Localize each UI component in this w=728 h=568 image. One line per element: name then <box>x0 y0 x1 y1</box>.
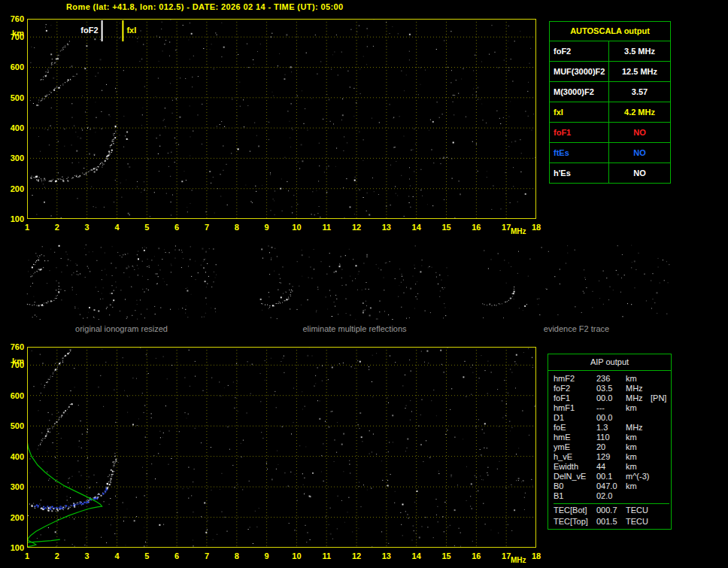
aip-row-value: 110 <box>596 433 626 442</box>
x-axis-tick-label: 14 <box>407 551 426 560</box>
y-axis-tick-label: 600 <box>2 391 24 400</box>
aip-row-unit: km <box>626 462 651 472</box>
aip-row-value: 44 <box>596 462 626 472</box>
x-axis-tick-label: 8 <box>227 551 247 560</box>
aip-row-value: 000.7 <box>596 506 626 517</box>
aip-row-extra <box>651 413 669 423</box>
aip-row-label: TEC[Top] <box>554 517 596 527</box>
aip-row-label: ymE <box>554 442 596 452</box>
aip-row-value: 00.0 <box>596 413 626 423</box>
y-axis-tick-label: 500 <box>2 421 24 430</box>
aip-row: TEC[Top]001.5TECU <box>554 517 669 527</box>
x-axis-tick-label: 9 <box>257 223 277 232</box>
x-axis-tick-label: 18 <box>526 551 546 560</box>
aip-row-value: 00.0 <box>596 393 626 403</box>
autoscala-row-label: fxI <box>550 102 609 122</box>
y-axis-tick-label: 760 <box>2 14 24 23</box>
y-axis-tick-label: 400 <box>2 452 24 461</box>
autoscala-row-value: NO <box>609 143 670 163</box>
aip-table-title: AIP output <box>548 354 671 371</box>
aip-row-label: foF1 <box>554 393 596 403</box>
aip-row-extra <box>651 403 669 413</box>
autoscala-row: ftEsNO <box>550 143 670 163</box>
y-axis-unit-label: km <box>2 357 24 366</box>
aip-row-unit: km <box>626 442 651 452</box>
aip-row-extra <box>651 506 669 517</box>
x-axis-unit-label: MHz <box>511 227 526 236</box>
aip-row: ymE20km <box>554 442 669 452</box>
aip-row-label: DelN_vE <box>554 472 596 481</box>
x-axis-tick-label: 8 <box>227 223 247 232</box>
x-axis-tick-label: 1 <box>17 223 37 232</box>
x-axis-tick-label: 7 <box>197 223 217 232</box>
top-ionogram-plot: foF2fxI <box>27 19 536 219</box>
aip-table-rows: hmF2236kmfoF203.5MHzfoF100.0MHz[PN]hmF1-… <box>548 371 671 529</box>
aip-row: foF203.5MHz <box>554 384 669 393</box>
y-axis-unit-label: km <box>2 29 24 38</box>
aip-row-extra <box>651 374 669 384</box>
aip-row-label: D1 <box>554 413 596 423</box>
aip-row-value: 00.1 <box>596 472 626 481</box>
aip-row-extra <box>651 384 669 393</box>
aip-row-unit: km <box>626 374 651 384</box>
x-axis-tick-label: 3 <box>77 223 97 232</box>
aip-row-label: hmF1 <box>554 403 596 413</box>
x-axis-tick-label: 11 <box>317 551 336 560</box>
aip-row-label: Ewidth <box>554 462 596 472</box>
autoscala-row: h'EsNO <box>550 163 670 183</box>
aip-row-unit: MHz <box>626 423 651 433</box>
autoscala-row-label: M(3000)F2 <box>550 82 609 102</box>
aip-row-extra <box>651 452 669 462</box>
bottom-ionogram-plot <box>27 347 536 548</box>
aip-row-unit: km <box>626 481 651 491</box>
aip-row-extra <box>651 423 669 433</box>
aip-row-extra <box>651 433 669 442</box>
x-axis-tick-label: 16 <box>466 551 486 560</box>
aip-row-label: hmF2 <box>554 374 596 384</box>
aip-row-unit: TECU <box>626 517 651 527</box>
y-axis-tick-label: 600 <box>2 62 24 71</box>
aip-row-label: B1 <box>554 491 596 501</box>
aip-row-label: hmE <box>554 433 596 442</box>
autoscala-row: MUF(3000)F212.5 MHz <box>550 62 670 82</box>
aip-row-extra <box>651 491 669 501</box>
autoscala-row-value: NO <box>609 163 670 183</box>
aip-row: hmE110km <box>554 433 669 442</box>
autoscala-window: Rome (lat: +41.8, lon: 012.5) - DATE: 20… <box>0 0 728 568</box>
aip-row-label: TEC[Bot] <box>554 506 596 517</box>
autoscala-output-table: AUTOSCALA output foF23.5 MHzMUF(3000)F21… <box>549 21 671 184</box>
autoscala-row: foF23.5 MHz <box>550 41 670 62</box>
aip-row: Ewidth44km <box>554 462 669 472</box>
aip-row-extra <box>651 442 669 452</box>
y-axis-tick-label: 200 <box>2 513 24 522</box>
x-axis-tick-label: 7 <box>197 551 217 560</box>
svg-text:foF2: foF2 <box>80 26 98 35</box>
x-axis-tick-label: 13 <box>377 551 396 560</box>
aip-row: B0047.0km <box>554 481 669 491</box>
thumbnail-caption-eliminate-multiples: eliminate multiple reflections <box>259 324 450 333</box>
autoscala-row-value: 3.57 <box>609 82 670 102</box>
x-axis-tick-label: 3 <box>77 551 97 560</box>
x-axis-tick-label: 11 <box>317 223 336 232</box>
autoscala-row-label: foF1 <box>550 123 609 142</box>
aip-row-value: 03.5 <box>596 384 626 393</box>
aip-row-unit: km <box>626 403 651 413</box>
x-axis-tick-label: 4 <box>107 223 126 232</box>
svg-text:fxI: fxI <box>126 26 136 35</box>
aip-row: h_vE129km <box>554 452 669 462</box>
x-axis-tick-label: 2 <box>47 551 67 560</box>
x-axis-tick-label: 12 <box>347 551 366 560</box>
autoscala-table-rows: foF23.5 MHzMUF(3000)F212.5 MHzM(3000)F23… <box>550 41 670 183</box>
thumbnail-original-ionogram <box>26 245 217 320</box>
aip-row: foF100.0MHz[PN] <box>554 393 669 403</box>
autoscala-row: fxI4.2 MHz <box>550 102 670 123</box>
aip-row-unit: m^(-3) <box>626 472 651 481</box>
aip-row-value: 20 <box>596 442 626 452</box>
aip-row-unit: TECU <box>626 506 651 517</box>
y-axis-tick-label: 500 <box>2 93 24 102</box>
aip-row-label: foE <box>554 423 596 433</box>
aip-row: B102.0 <box>554 491 669 501</box>
x-axis-tick-label: 10 <box>287 551 306 560</box>
y-axis-tick-label: 200 <box>2 184 24 193</box>
x-axis-tick-label: 15 <box>437 223 457 232</box>
